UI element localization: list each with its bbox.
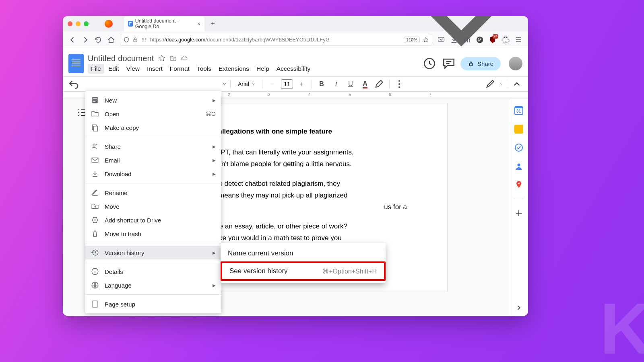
menu-edit[interactable]: Edit: [105, 64, 122, 74]
minimize-window-button[interactable]: [76, 21, 80, 26]
menu-item-trash[interactable]: Move to trash: [85, 227, 221, 241]
svg-point-8: [398, 86, 400, 88]
file-menu-dropdown: New ▶ Open ⌘O Make a copy Share ▶ Email …: [85, 91, 221, 313]
menu-item-move[interactable]: Move: [85, 200, 221, 213]
side-panel: 31: [509, 99, 528, 316]
last-edit-icon[interactable]: [422, 56, 437, 71]
url-text: https://docs.google.com/document/d/1zzIz…: [150, 37, 400, 43]
submenu-see-version-history[interactable]: See version history ⌘+Option+Shift+H: [221, 261, 386, 281]
menu-item-add-shortcut[interactable]: Add shortcut to Drive: [85, 213, 221, 227]
share-button[interactable]: Share: [460, 57, 501, 70]
cloud-status-icon[interactable]: [181, 55, 188, 62]
menu-item-make-copy[interactable]: Make a copy: [85, 121, 221, 134]
menu-accessibility[interactable]: Accessibility: [273, 64, 314, 74]
url-bar[interactable]: https://docs.google.com/document/d/1zzIz…: [120, 34, 432, 46]
save-to-pocket-icon[interactable]: [437, 36, 445, 44]
menu-tools[interactable]: Tools: [194, 64, 215, 74]
close-window-button[interactable]: [68, 21, 72, 26]
formatting-toolbar: Arial − + B I U A: [63, 76, 528, 92]
menu-file[interactable]: File: [88, 64, 104, 74]
maps-icon[interactable]: [514, 180, 523, 189]
new-tab-button[interactable]: +: [208, 19, 218, 29]
italic-button[interactable]: I: [330, 78, 342, 90]
menu-view[interactable]: View: [123, 64, 143, 74]
maximize-window-button[interactable]: [84, 21, 89, 26]
more-format-icon[interactable]: [394, 78, 405, 90]
svg-rect-5: [469, 63, 472, 66]
menu-item-download[interactable]: Download ▶: [85, 167, 221, 181]
font-family-select[interactable]: Arial: [235, 79, 258, 89]
decrease-font-size[interactable]: −: [266, 78, 278, 90]
tasks-icon[interactable]: [514, 143, 523, 152]
highlight-button[interactable]: [374, 78, 385, 90]
copy-icon: [91, 123, 99, 132]
submenu-name-current-version[interactable]: Name current version: [221, 245, 386, 261]
submenu-arrow-icon: ▶: [213, 98, 216, 103]
svg-point-18: [93, 144, 95, 146]
account-avatar[interactable]: [509, 57, 522, 70]
menu-item-language[interactable]: Language ▶: [85, 278, 221, 292]
menu-format[interactable]: Format: [167, 64, 193, 74]
shield-icon: [124, 37, 129, 43]
menu-item-version-history[interactable]: Version history ▶: [85, 246, 221, 259]
app-menu-icon[interactable]: [514, 36, 522, 44]
collapse-toolbar-icon[interactable]: [511, 78, 522, 90]
drive-shortcut-icon: [91, 216, 99, 224]
forward-button[interactable]: [81, 36, 89, 44]
docs-logo-icon[interactable]: [68, 54, 84, 73]
info-icon: [91, 267, 99, 276]
back-button[interactable]: [68, 36, 76, 44]
menu-item-page-setup[interactable]: Page setup: [85, 297, 221, 311]
underline-button[interactable]: U: [345, 78, 356, 90]
submenu-arrow-icon: ▶: [213, 158, 216, 162]
library-icon[interactable]: [463, 36, 471, 44]
browser-tab[interactable]: Untitled document - Google Do ×: [124, 16, 204, 32]
extension-m-icon[interactable]: M: [476, 36, 484, 44]
undo-button[interactable]: [68, 78, 80, 90]
chevron-down-icon: [223, 77, 226, 91]
tabs-dropdown-icon[interactable]: [399, 16, 523, 86]
svg-point-6: [398, 80, 400, 82]
extensions-icon[interactable]: [502, 36, 510, 44]
submenu-arrow-icon: ▶: [213, 283, 216, 288]
contacts-icon[interactable]: [514, 162, 523, 171]
font-size-input[interactable]: [281, 79, 293, 89]
svg-rect-23: [93, 301, 97, 307]
increase-font-size[interactable]: +: [296, 78, 308, 90]
menu-insert[interactable]: Insert: [144, 64, 166, 74]
downloads-icon[interactable]: [450, 36, 458, 44]
calendar-icon[interactable]: 31: [514, 106, 523, 115]
bold-button[interactable]: B: [316, 78, 327, 90]
side-panel-toggle-icon[interactable]: [515, 304, 523, 312]
menu-item-details[interactable]: Details: [85, 265, 221, 278]
home-button[interactable]: [107, 36, 115, 44]
menu-help[interactable]: Help: [253, 64, 272, 74]
trash-icon: [91, 230, 99, 238]
svg-rect-13: [93, 99, 97, 99]
close-tab-icon[interactable]: ×: [197, 21, 200, 27]
reload-button[interactable]: [94, 36, 102, 44]
page-setup-icon: [91, 300, 99, 308]
editing-mode-button[interactable]: [485, 78, 496, 90]
keep-icon[interactable]: [514, 125, 523, 134]
bookmark-star-icon[interactable]: [423, 37, 429, 43]
menu-item-open[interactable]: Open ⌘O: [85, 107, 221, 121]
menu-item-rename[interactable]: Rename: [85, 186, 221, 200]
menu-item-share[interactable]: Share ▶: [85, 140, 221, 153]
browser-window: Untitled document - Google Do × + https:…: [63, 16, 528, 316]
menu-item-new[interactable]: New ▶: [85, 93, 221, 107]
menu-item-email[interactable]: Email ▶: [85, 153, 221, 167]
history-icon: [91, 249, 99, 257]
comments-icon[interactable]: [441, 56, 456, 71]
star-icon[interactable]: [158, 55, 165, 62]
folder-icon: [91, 110, 99, 118]
add-addon-icon[interactable]: [514, 209, 523, 218]
text-color-button[interactable]: A: [359, 78, 371, 90]
move-folder-icon[interactable]: [169, 55, 177, 62]
zoom-level[interactable]: 110%: [404, 37, 420, 43]
menu-extensions[interactable]: Extensions: [215, 64, 252, 74]
document-title[interactable]: Untitled document: [88, 54, 154, 63]
window-controls: [68, 21, 89, 26]
svg-point-9: [515, 144, 522, 151]
ublock-icon[interactable]: 24: [489, 36, 497, 44]
